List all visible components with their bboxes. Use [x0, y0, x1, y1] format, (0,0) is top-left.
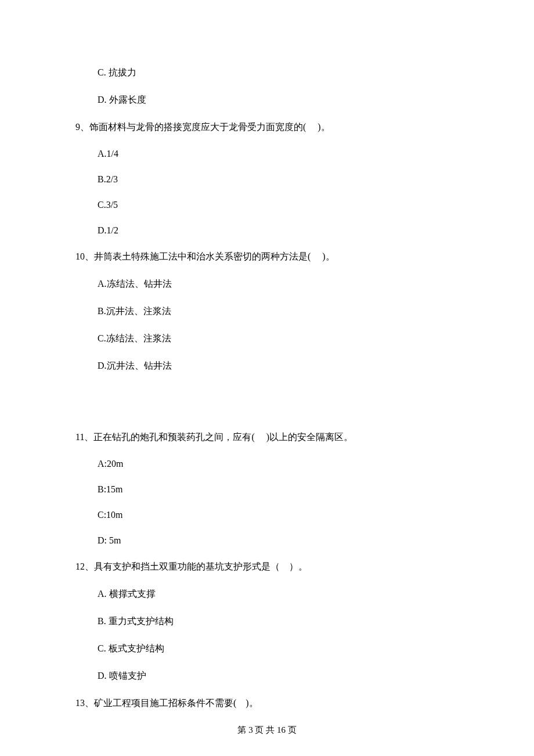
- page-footer: 第 3 页 共 16 页: [0, 725, 534, 736]
- prev-option-c: C. 抗拔力: [75, 67, 459, 79]
- question-9-option-b: B.2/3: [75, 174, 459, 185]
- question-10-option-b: B.沉井法、注浆法: [75, 305, 459, 318]
- question-11-option-b: B:15m: [75, 484, 459, 495]
- question-10-option-d: D.沉井法、钻井法: [75, 360, 459, 372]
- question-9-option-a: A.1/4: [75, 149, 459, 159]
- question-12-stem: 12、具有支护和挡土双重功能的基坑支护形式是（ ）。: [75, 561, 459, 573]
- question-11-option-a: A:20m: [75, 459, 459, 469]
- question-11-option-c: C:10m: [75, 510, 459, 520]
- question-12-option-a: A. 横撑式支撑: [75, 588, 459, 600]
- question-10-option-a: A.冻结法、钻井法: [75, 278, 459, 290]
- section-gap: [75, 387, 459, 431]
- question-13-stem: 13、矿业工程项目施工招标条件不需要( )。: [75, 697, 459, 710]
- question-12-option-c: C. 板式支护结构: [75, 643, 459, 655]
- question-10-option-c: C.冻结法、注浆法: [75, 333, 459, 345]
- question-9-stem: 9、饰面材料与龙骨的搭接宽度应大于龙骨受力面宽度的( )。: [75, 121, 459, 134]
- question-9-option-c: C.3/5: [75, 200, 459, 210]
- page-content: C. 抗拔力 D. 外露长度 9、饰面材料与龙骨的搭接宽度应大于龙骨受力面宽度的…: [0, 0, 534, 710]
- prev-option-d: D. 外露长度: [75, 94, 459, 106]
- question-9-option-d: D.1/2: [75, 225, 459, 236]
- question-12-option-d: D. 喷锚支护: [75, 670, 459, 682]
- question-12-option-b: B. 重力式支护结构: [75, 615, 459, 628]
- question-11-stem: 11、正在钻孔的炮孔和预装药孔之间，应有( )以上的安全隔离区。: [75, 431, 459, 444]
- question-10-stem: 10、井筒表土特殊施工法中和治水关系密切的两种方法是( )。: [75, 251, 459, 263]
- question-11-option-d: D: 5m: [75, 535, 459, 546]
